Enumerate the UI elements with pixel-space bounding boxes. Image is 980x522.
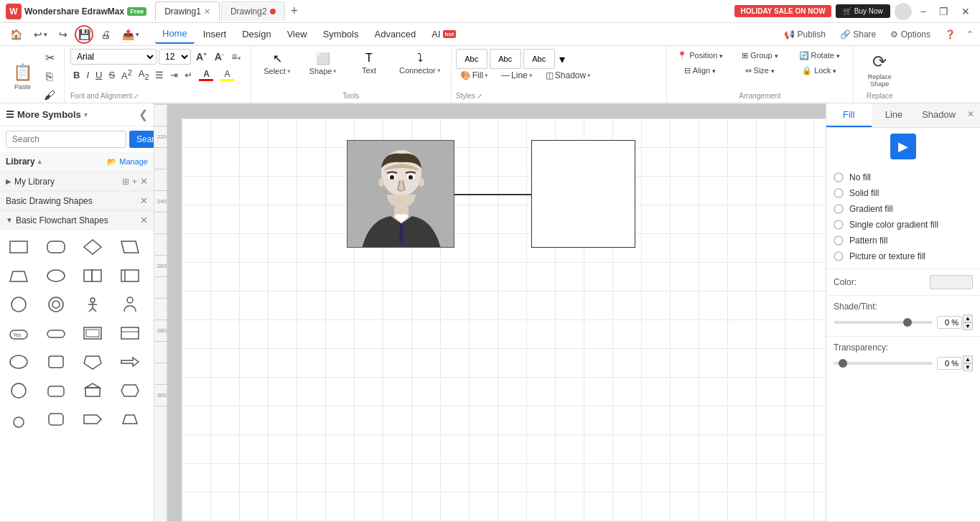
shape-pentagon2[interactable] xyxy=(78,378,107,404)
menu-home[interactable]: Home xyxy=(155,24,195,44)
transparency-slider[interactable] xyxy=(834,362,933,365)
basic-flowchart-section[interactable]: ▼ Basic Flowchart Shapes ✕ xyxy=(0,210,154,230)
buy-now-button[interactable]: 🛒 Buy Now xyxy=(836,4,890,18)
font-size-select[interactable]: 12 xyxy=(159,49,191,65)
style-sample-3[interactable]: Abc xyxy=(523,49,555,69)
new-tab-button[interactable]: + xyxy=(286,4,303,19)
shade-slider[interactable] xyxy=(834,321,933,324)
menu-ai[interactable]: AI hot xyxy=(424,25,463,43)
search-input[interactable] xyxy=(6,131,126,148)
single-color-gradient-radio[interactable] xyxy=(834,220,844,230)
shape-rounded-rectangle[interactable] xyxy=(42,234,70,260)
tab-drawing1[interactable]: Drawing1 ✕ xyxy=(155,1,220,21)
style-more-button[interactable]: ▾ xyxy=(557,49,567,69)
no-fill-option[interactable]: No fill xyxy=(834,172,973,182)
share-button[interactable]: 🔗 Share xyxy=(836,27,880,42)
underline-button[interactable]: U xyxy=(93,68,105,82)
cut-button[interactable]: ✂ xyxy=(39,49,60,67)
undo-button[interactable]: ↩▾ xyxy=(29,26,52,43)
superscript-button[interactable]: A2 xyxy=(118,67,135,83)
select-tool-button[interactable]: ↖ Select ▾ xyxy=(256,49,299,78)
print-button[interactable]: 🖨 xyxy=(96,26,115,43)
menu-advanced[interactable]: Advanced xyxy=(367,25,423,43)
position-button[interactable]: 📍 Position ▾ xyxy=(671,49,729,62)
options-button[interactable]: ⚙ Options xyxy=(886,27,935,42)
font-expand-button[interactable]: ⤢ xyxy=(134,93,139,100)
replace-shape-button[interactable]: ⟳ ReplaceShape xyxy=(862,49,897,90)
paste-button[interactable]: 📋 Paste xyxy=(7,60,38,93)
tab-fill[interactable]: Fill xyxy=(826,103,872,127)
align-button[interactable]: ≡▾ xyxy=(229,50,244,64)
shadow-button[interactable]: ◫ Shadow ▾ xyxy=(541,69,595,82)
no-fill-radio[interactable] xyxy=(834,172,844,182)
solid-fill-option[interactable]: Solid fill xyxy=(834,188,973,198)
list-style-button[interactable]: ☰ xyxy=(152,68,167,82)
basic-flowchart-close[interactable]: ✕ xyxy=(140,215,148,225)
shade-down[interactable]: ▼ xyxy=(963,322,973,330)
tab-line[interactable]: Line xyxy=(872,103,917,127)
my-library-section[interactable]: ▶ My Library ⊞ + ✕ xyxy=(0,172,154,191)
transparency-up[interactable]: ▲ xyxy=(963,355,973,363)
search-button[interactable]: Search xyxy=(129,131,154,148)
shape-yes-flow[interactable]: Yes xyxy=(4,320,33,346)
my-library-close[interactable]: ✕ xyxy=(140,176,148,187)
shape-circle2[interactable] xyxy=(4,378,33,404)
italic-button[interactable]: I xyxy=(83,68,92,82)
align-arrange-button[interactable]: ⊟ Align ▾ xyxy=(671,64,729,78)
shape-person[interactable] xyxy=(78,292,107,317)
shade-thumb[interactable] xyxy=(903,318,912,327)
shape-tool-button[interactable]: ⬜ Shape ▾ xyxy=(302,49,345,78)
shape-rect-rounded2[interactable] xyxy=(42,378,70,404)
style-sample-1[interactable]: Abc xyxy=(456,49,487,69)
tab-drawing2[interactable]: Drawing2 xyxy=(221,1,285,21)
shade-up[interactable]: ▲ xyxy=(963,314,973,322)
rotate-button[interactable]: 🔄 Rotate ▾ xyxy=(790,49,849,62)
shape-empty-rectangle[interactable] xyxy=(531,140,635,248)
size-button[interactable]: ⇔ Size ▾ xyxy=(731,64,789,78)
solid-fill-radio[interactable] xyxy=(834,188,844,198)
manage-button[interactable]: 📂 Manage xyxy=(107,157,148,167)
shape-parallelogram[interactable] xyxy=(116,234,144,260)
shape-trapezoid2[interactable] xyxy=(116,406,144,432)
gradient-fill-option[interactable]: Gradient fill xyxy=(834,204,973,214)
shape-striped-rect[interactable] xyxy=(116,263,144,289)
shape-scroll[interactable] xyxy=(42,406,70,432)
fill-button[interactable]: 🎨 Fill ▾ xyxy=(456,69,493,82)
bold-button[interactable]: B xyxy=(70,68,83,82)
shape-hexagon[interactable] xyxy=(116,378,144,404)
panel-close-button[interactable]: ✕ xyxy=(961,103,980,127)
menu-symbols[interactable]: Symbols xyxy=(316,25,366,43)
redo-button[interactable]: ↪ xyxy=(55,26,72,43)
indent-button[interactable]: ⇥ xyxy=(167,68,181,82)
shape-trapezoid[interactable] xyxy=(4,263,33,289)
shape-inner-border[interactable] xyxy=(78,320,107,346)
group-button[interactable]: ⊞ Group ▾ xyxy=(731,49,789,62)
tab-shadow[interactable]: Shadow xyxy=(916,103,961,127)
line-style-button[interactable]: — Line ▾ xyxy=(497,69,537,82)
gradient-fill-radio[interactable] xyxy=(834,204,844,214)
font-family-select[interactable]: Arial xyxy=(70,49,157,65)
picture-texture-radio[interactable] xyxy=(834,251,844,261)
sidebar-collapse-button[interactable]: ❮ xyxy=(139,108,148,121)
picture-texture-option[interactable]: Picture or texture fill xyxy=(834,251,973,261)
shape-pentagon[interactable] xyxy=(78,349,107,375)
canvas-drawing-area[interactable]: M xyxy=(182,118,826,521)
shape-stadium[interactable] xyxy=(42,320,70,346)
basic-drawing-close[interactable]: ✕ xyxy=(140,195,148,206)
tab-drawing1-close[interactable]: ✕ xyxy=(204,7,210,17)
ribbon-collapse-button[interactable]: ⌃ xyxy=(966,29,974,40)
shape-arrow-shape[interactable] xyxy=(78,406,107,432)
single-color-gradient-option[interactable]: Single color gradient fill xyxy=(834,220,973,230)
format-painter-button[interactable]: 🖌 xyxy=(39,87,60,103)
shape-split-rect[interactable] xyxy=(78,263,107,289)
color-swatch[interactable] xyxy=(930,275,973,289)
close-button[interactable]: ✕ xyxy=(957,4,974,19)
shape-ring[interactable] xyxy=(42,292,70,317)
strikethrough-button[interactable]: S xyxy=(106,68,118,82)
save-button[interactable]: 💾 xyxy=(75,25,93,44)
menu-view[interactable]: View xyxy=(280,25,314,43)
menu-insert[interactable]: Insert xyxy=(196,25,234,43)
minimize-button[interactable]: − xyxy=(916,4,930,19)
home-nav-button[interactable]: 🏠 xyxy=(6,26,27,43)
shape-diamond[interactable] xyxy=(78,234,107,260)
